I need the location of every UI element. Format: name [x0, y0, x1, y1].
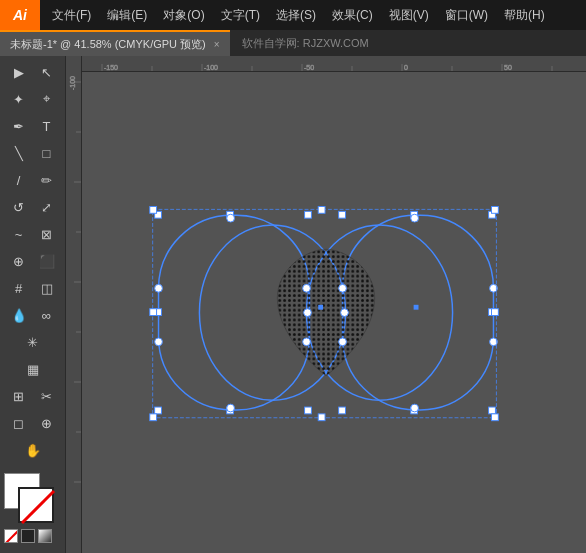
svg-rect-70	[492, 413, 499, 420]
color-swatch-gradient[interactable]	[38, 529, 52, 543]
artwork	[141, 142, 511, 482]
slice-tool[interactable]: ✂	[33, 383, 61, 409]
svg-rect-38	[155, 407, 162, 414]
menu-item[interactable]: 帮助(H)	[496, 0, 553, 30]
menu-item[interactable]: 窗口(W)	[437, 0, 496, 30]
pen-tool[interactable]: ✒	[5, 113, 33, 139]
svg-rect-68	[492, 206, 499, 213]
svg-rect-52	[489, 407, 496, 414]
svg-point-64	[304, 308, 312, 316]
svg-rect-62	[318, 304, 323, 309]
gradient-tool[interactable]: ◫	[33, 275, 61, 301]
svg-line-0	[22, 491, 54, 523]
menu-item[interactable]: 选择(S)	[268, 0, 324, 30]
svg-point-46	[227, 404, 235, 412]
stroke-color-box[interactable]	[18, 487, 54, 523]
drawing-canvas[interactable]	[136, 122, 516, 502]
pencil-tool[interactable]: ✏	[33, 167, 61, 193]
tab-bar: 未标题-1* @ 41.58% (CMYK/GPU 预览) × 软件自学网: R…	[0, 30, 586, 56]
svg-point-45	[155, 337, 163, 345]
svg-point-43	[227, 214, 235, 222]
free-transform-tool[interactable]: ⊠	[33, 221, 61, 247]
artboard-tool[interactable]: ⊞	[5, 383, 33, 409]
mesh-tool[interactable]: #	[5, 275, 33, 301]
svg-rect-49	[339, 211, 346, 218]
svg-rect-71	[318, 206, 325, 213]
svg-rect-73	[150, 308, 157, 315]
svg-text:0: 0	[404, 64, 408, 71]
eraser-tool[interactable]: ◻	[5, 410, 33, 436]
svg-rect-74	[492, 308, 499, 315]
svg-point-47	[303, 284, 311, 292]
select-tool[interactable]: ▶	[5, 59, 33, 85]
line-tool[interactable]: ╲	[5, 140, 33, 166]
svg-rect-63	[414, 304, 419, 309]
hand-tool[interactable]: ✋	[19, 437, 47, 463]
menu-item[interactable]: 编辑(E)	[99, 0, 155, 30]
svg-point-60	[339, 284, 347, 292]
svg-point-61	[339, 337, 347, 345]
svg-rect-67	[150, 206, 157, 213]
lasso-tool[interactable]: ⌖	[33, 86, 61, 112]
svg-point-59	[411, 404, 419, 412]
svg-rect-37	[305, 211, 312, 218]
tab-watermark: 软件自学网: RJZXW.COM	[242, 30, 369, 56]
graph-tool[interactable]: ▦	[19, 356, 47, 382]
tab-close-btn[interactable]: ×	[214, 39, 220, 50]
menu-item[interactable]: 文字(T)	[213, 0, 268, 30]
svg-point-65	[341, 308, 349, 316]
menu-item[interactable]: 对象(O)	[155, 0, 212, 30]
menu-item[interactable]: 效果(C)	[324, 0, 381, 30]
warp-tool[interactable]: ~	[5, 221, 33, 247]
svg-text:-50: -50	[304, 64, 314, 71]
svg-rect-69	[150, 413, 157, 420]
active-tab[interactable]: 未标题-1* @ 41.58% (CMYK/GPU 预览) ×	[0, 30, 230, 56]
ai-logo: Ai	[0, 0, 40, 30]
svg-point-44	[155, 284, 163, 292]
rotate-tool[interactable]: ↺	[5, 194, 33, 220]
svg-point-56	[411, 214, 419, 222]
svg-line-1	[6, 531, 18, 543]
menu-item[interactable]: 文件(F)	[44, 0, 99, 30]
symbol-spray-tool[interactable]: ✳	[19, 329, 47, 355]
color-section	[0, 469, 65, 547]
type-tool[interactable]: T	[33, 113, 61, 139]
rect-tool[interactable]: □	[33, 140, 61, 166]
perspective-tool[interactable]: ⬛	[33, 248, 61, 274]
zoom-tool[interactable]: ⊕	[33, 410, 61, 436]
menu-bar: 文件(F)编辑(E)对象(O)文字(T)选择(S)效果(C)视图(V)窗口(W)…	[40, 0, 586, 30]
main-area: ▶↖✦⌖✒T╲□/✏↺⤢~⊠⊕⬛#◫💧∞✳▦⊞✂◻⊕✋	[0, 56, 586, 553]
direct-select-tool[interactable]: ↖	[33, 59, 61, 85]
paintbrush-tool[interactable]: /	[5, 167, 33, 193]
shape-builder-tool[interactable]: ⊕	[5, 248, 33, 274]
svg-point-48	[303, 337, 311, 345]
toolbar: ▶↖✦⌖✒T╲□/✏↺⤢~⊠⊕⬛#◫💧∞✳▦⊞✂◻⊕✋	[0, 56, 66, 553]
magic-wand-tool[interactable]: ✦	[5, 86, 33, 112]
scale-tool[interactable]: ⤢	[33, 194, 61, 220]
blend-tool[interactable]: ∞	[33, 302, 61, 328]
tab-title: 未标题-1* @ 41.58% (CMYK/GPU 预览)	[10, 37, 206, 52]
eyedropper-tool[interactable]: 💧	[5, 302, 33, 328]
color-swatch-none[interactable]	[4, 529, 18, 543]
vertical-ruler: -100	[66, 56, 82, 553]
svg-rect-39	[305, 407, 312, 414]
canvas-area[interactable]: -150 -100 -50 0 50 100 -100	[66, 56, 586, 553]
color-swatch-black[interactable]	[21, 529, 35, 543]
title-bar: Ai 文件(F)编辑(E)对象(O)文字(T)选择(S)效果(C)视图(V)窗口…	[0, 0, 586, 30]
svg-text:-150: -150	[104, 64, 118, 71]
svg-rect-51	[339, 407, 346, 414]
svg-text:-100: -100	[204, 64, 218, 71]
menu-item[interactable]: 视图(V)	[381, 0, 437, 30]
svg-rect-72	[318, 413, 325, 420]
svg-text:50: 50	[504, 64, 512, 71]
svg-text:-100: -100	[69, 76, 76, 90]
svg-rect-20	[66, 72, 82, 553]
horizontal-ruler: -150 -100 -50 0 50 100	[66, 56, 586, 72]
